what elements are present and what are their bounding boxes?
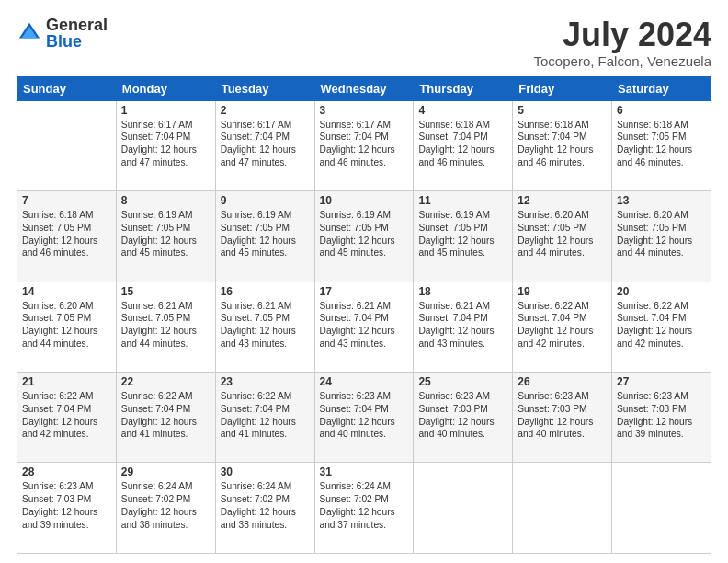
cell-info: Sunrise: 6:23 AM Sunset: 7:04 PM Dayligh…	[320, 390, 409, 441]
cell-info: Sunrise: 6:23 AM Sunset: 7:03 PM Dayligh…	[418, 390, 507, 441]
day-number: 23	[221, 375, 310, 388]
day-number: 22	[121, 375, 210, 388]
cell-info: Sunrise: 6:19 AM Sunset: 7:05 PM Dayligh…	[221, 209, 310, 259]
calendar-cell: 17Sunrise: 6:21 AM Sunset: 7:04 PM Dayli…	[314, 282, 414, 372]
day-number: 13	[617, 194, 706, 207]
day-number: 18	[418, 285, 507, 298]
cell-info: Sunrise: 6:21 AM Sunset: 7:05 PM Dayligh…	[221, 300, 310, 350]
main-title: July 2024	[534, 17, 711, 53]
logo-text: General Blue	[46, 17, 108, 50]
day-number: 6	[617, 104, 706, 117]
day-number: 24	[320, 375, 409, 388]
cell-info: Sunrise: 6:23 AM Sunset: 7:03 PM Dayligh…	[518, 390, 607, 441]
day-number: 2	[221, 104, 310, 117]
cell-info: Sunrise: 6:20 AM Sunset: 7:05 PM Dayligh…	[518, 209, 607, 259]
cell-info: Sunrise: 6:17 AM Sunset: 7:04 PM Dayligh…	[121, 119, 210, 169]
page: General Blue July 2024 Tocopero, Falcon,…	[0, 0, 728, 563]
cell-info: Sunrise: 6:18 AM Sunset: 7:04 PM Dayligh…	[518, 119, 607, 169]
day-number: 4	[418, 104, 507, 117]
calendar-cell: 3Sunrise: 6:17 AM Sunset: 7:04 PM Daylig…	[314, 100, 414, 190]
calendar-cell: 30Sunrise: 6:24 AM Sunset: 7:02 PM Dayli…	[215, 463, 314, 554]
calendar-cell	[513, 463, 612, 554]
day-number: 28	[22, 465, 111, 478]
day-number: 8	[121, 194, 210, 207]
day-number: 29	[121, 465, 210, 478]
cell-info: Sunrise: 6:18 AM Sunset: 7:05 PM Dayligh…	[22, 209, 111, 259]
calendar-cell: 15Sunrise: 6:21 AM Sunset: 7:05 PM Dayli…	[116, 282, 215, 372]
calendar-cell: 14Sunrise: 6:20 AM Sunset: 7:05 PM Dayli…	[17, 282, 117, 372]
day-number: 17	[320, 285, 409, 298]
cell-info: Sunrise: 6:23 AM Sunset: 7:03 PM Dayligh…	[22, 480, 111, 531]
cell-info: Sunrise: 6:22 AM Sunset: 7:04 PM Dayligh…	[22, 390, 111, 441]
day-number: 11	[418, 194, 507, 207]
calendar-cell: 16Sunrise: 6:21 AM Sunset: 7:05 PM Dayli…	[215, 282, 314, 372]
calendar: SundayMondayTuesdayWednesdayThursdayFrid…	[17, 76, 711, 554]
title-section: July 2024 Tocopero, Falcon, Venezuela	[534, 17, 711, 69]
calendar-cell: 28Sunrise: 6:23 AM Sunset: 7:03 PM Dayli…	[17, 463, 117, 554]
calendar-day-header: Sunday	[17, 76, 117, 100]
cell-info: Sunrise: 6:20 AM Sunset: 7:05 PM Dayligh…	[22, 300, 111, 350]
calendar-cell: 29Sunrise: 6:24 AM Sunset: 7:02 PM Dayli…	[116, 463, 215, 554]
calendar-week-row: 14Sunrise: 6:20 AM Sunset: 7:05 PM Dayli…	[17, 282, 711, 372]
cell-info: Sunrise: 6:19 AM Sunset: 7:05 PM Dayligh…	[320, 209, 409, 259]
subtitle: Tocopero, Falcon, Venezuela	[534, 53, 711, 69]
calendar-cell: 25Sunrise: 6:23 AM Sunset: 7:03 PM Dayli…	[414, 373, 513, 463]
calendar-cell	[612, 463, 711, 554]
calendar-cell: 11Sunrise: 6:19 AM Sunset: 7:05 PM Dayli…	[414, 191, 513, 282]
calendar-cell: 24Sunrise: 6:23 AM Sunset: 7:04 PM Dayli…	[314, 373, 414, 463]
calendar-cell: 10Sunrise: 6:19 AM Sunset: 7:05 PM Dayli…	[314, 191, 414, 282]
cell-info: Sunrise: 6:24 AM Sunset: 7:02 PM Dayligh…	[320, 480, 409, 531]
cell-info: Sunrise: 6:22 AM Sunset: 7:04 PM Dayligh…	[121, 390, 210, 441]
cell-info: Sunrise: 6:18 AM Sunset: 7:04 PM Dayligh…	[418, 119, 507, 169]
day-number: 21	[22, 375, 111, 388]
calendar-cell: 5Sunrise: 6:18 AM Sunset: 7:04 PM Daylig…	[513, 100, 612, 190]
day-number: 15	[121, 285, 210, 298]
cell-info: Sunrise: 6:21 AM Sunset: 7:04 PM Dayligh…	[320, 300, 409, 350]
cell-info: Sunrise: 6:22 AM Sunset: 7:04 PM Dayligh…	[221, 390, 310, 441]
cell-info: Sunrise: 6:19 AM Sunset: 7:05 PM Dayligh…	[121, 209, 210, 259]
calendar-cell: 23Sunrise: 6:22 AM Sunset: 7:04 PM Dayli…	[215, 373, 314, 463]
cell-info: Sunrise: 6:20 AM Sunset: 7:05 PM Dayligh…	[617, 209, 706, 259]
calendar-cell: 22Sunrise: 6:22 AM Sunset: 7:04 PM Dayli…	[116, 373, 215, 463]
calendar-week-row: 7Sunrise: 6:18 AM Sunset: 7:05 PM Daylig…	[17, 191, 711, 282]
cell-info: Sunrise: 6:24 AM Sunset: 7:02 PM Dayligh…	[121, 480, 210, 531]
calendar-cell: 6Sunrise: 6:18 AM Sunset: 7:05 PM Daylig…	[612, 100, 711, 190]
logo-icon	[17, 20, 42, 46]
day-number: 14	[22, 285, 111, 298]
cell-info: Sunrise: 6:17 AM Sunset: 7:04 PM Dayligh…	[320, 119, 409, 169]
cell-info: Sunrise: 6:19 AM Sunset: 7:05 PM Dayligh…	[418, 209, 507, 259]
cell-info: Sunrise: 6:17 AM Sunset: 7:04 PM Dayligh…	[221, 119, 310, 169]
day-number: 7	[22, 194, 111, 207]
calendar-cell: 27Sunrise: 6:23 AM Sunset: 7:03 PM Dayli…	[612, 373, 711, 463]
day-number: 3	[320, 104, 409, 117]
calendar-cell: 18Sunrise: 6:21 AM Sunset: 7:04 PM Dayli…	[414, 282, 513, 372]
calendar-day-header: Saturday	[612, 76, 711, 100]
header: General Blue July 2024 Tocopero, Falcon,…	[17, 17, 711, 69]
day-number: 16	[221, 285, 310, 298]
logo-general: General	[46, 17, 108, 33]
calendar-day-header: Friday	[513, 76, 612, 100]
day-number: 20	[617, 285, 706, 298]
day-number: 27	[617, 375, 706, 388]
day-number: 5	[518, 104, 607, 117]
calendar-cell: 4Sunrise: 6:18 AM Sunset: 7:04 PM Daylig…	[414, 100, 513, 190]
calendar-day-header: Monday	[116, 76, 215, 100]
cell-info: Sunrise: 6:22 AM Sunset: 7:04 PM Dayligh…	[617, 300, 706, 350]
calendar-cell	[17, 100, 117, 190]
calendar-day-header: Thursday	[414, 76, 513, 100]
logo: General Blue	[17, 17, 108, 50]
calendar-cell: 9Sunrise: 6:19 AM Sunset: 7:05 PM Daylig…	[215, 191, 314, 282]
day-number: 12	[518, 194, 607, 207]
day-number: 19	[518, 285, 607, 298]
calendar-week-row: 1Sunrise: 6:17 AM Sunset: 7:04 PM Daylig…	[17, 100, 711, 190]
cell-info: Sunrise: 6:23 AM Sunset: 7:03 PM Dayligh…	[617, 390, 706, 441]
calendar-week-row: 28Sunrise: 6:23 AM Sunset: 7:03 PM Dayli…	[17, 463, 711, 554]
day-number: 26	[518, 375, 607, 388]
calendar-day-header: Wednesday	[314, 76, 414, 100]
calendar-cell: 8Sunrise: 6:19 AM Sunset: 7:05 PM Daylig…	[116, 191, 215, 282]
calendar-cell: 20Sunrise: 6:22 AM Sunset: 7:04 PM Dayli…	[612, 282, 711, 372]
calendar-header-row: SundayMondayTuesdayWednesdayThursdayFrid…	[17, 76, 711, 100]
day-number: 25	[418, 375, 507, 388]
logo-blue: Blue	[46, 33, 108, 50]
calendar-cell: 31Sunrise: 6:24 AM Sunset: 7:02 PM Dayli…	[314, 463, 414, 554]
